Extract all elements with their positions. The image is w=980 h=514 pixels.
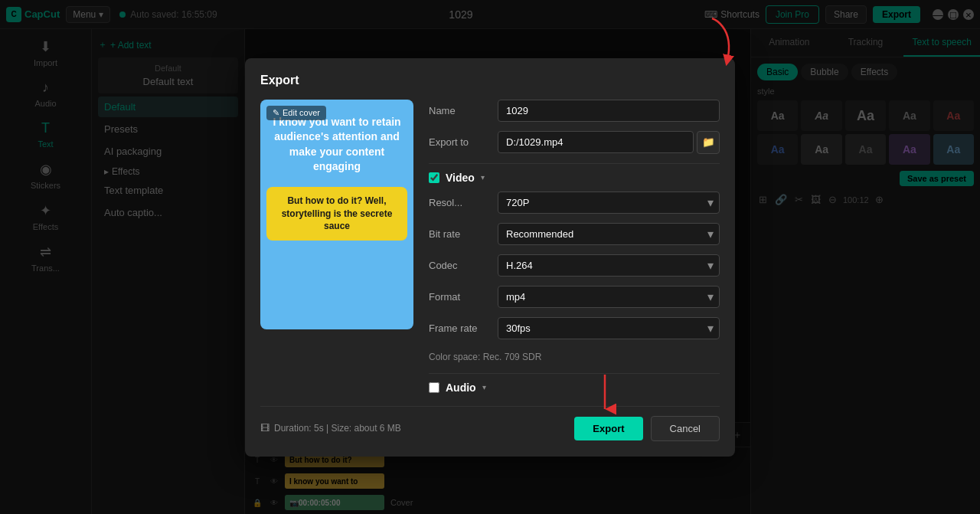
codec-select-wrap: H.264 H.265 [498, 254, 720, 277]
export-path-input[interactable] [498, 131, 694, 153]
name-input[interactable] [498, 100, 720, 122]
modal-title: Export [260, 74, 720, 87]
audio-expand-icon: ▾ [482, 383, 486, 391]
bitrate-label: Bit rate [429, 228, 490, 240]
video-section-label: Video [446, 172, 475, 184]
framerate-select[interactable]: 24fps 25fps 30fps 50fps 60fps [498, 317, 720, 339]
resolution-label: Resol... [429, 197, 490, 208]
divider-1 [429, 163, 720, 164]
codec-label: Codec [429, 260, 490, 271]
name-field-row: Name [429, 100, 720, 122]
divider-2 [429, 373, 720, 374]
export-action-button[interactable]: Export [574, 417, 642, 440]
export-to-field-row: Export to 📁 [429, 131, 720, 154]
format-label: Format [429, 291, 490, 303]
resolution-select-wrap: 360P 480P 720P 1080P 2K 4K [498, 192, 720, 214]
export-path-wrap: 📁 [498, 131, 720, 154]
format-field-row: Format mp4 mov [429, 286, 720, 308]
modal-preview: ✎ Edit cover I know you want to retain a… [260, 100, 413, 394]
footer-actions: Export Cancel [574, 416, 720, 441]
format-select-wrap: mp4 mov [498, 286, 720, 308]
export-modal: Export ✎ Edit cover I know you want to r… [245, 58, 735, 457]
modal-footer: 🎞 Duration: 5s | Size: about 6 MB [260, 406, 720, 441]
export-arrow-indicator [704, 18, 743, 64]
folder-browse-button[interactable]: 📁 [697, 131, 720, 154]
bitrate-select-wrap: Low Recommended High [498, 223, 720, 245]
footer-info: 🎞 Duration: 5s | Size: about 6 MB [260, 423, 401, 434]
video-section-header: Video ▾ [429, 172, 720, 184]
audio-section-label: Audio [446, 381, 476, 394]
framerate-field-row: Frame rate 24fps 25fps 30fps 50fps 60fps [429, 317, 720, 339]
format-select[interactable]: mp4 mov [498, 286, 720, 308]
color-space-text: Color space: Rec. 709 SDR [429, 349, 720, 365]
name-label: Name [429, 105, 490, 116]
video-checkbox[interactable] [429, 172, 439, 183]
audio-section-header: Audio ▾ [429, 381, 720, 394]
modal-fields: Name Export to 📁 Video ▾ [429, 100, 720, 394]
framerate-select-wrap: 24fps 25fps 30fps 50fps 60fps [498, 317, 720, 339]
cancel-button[interactable]: Cancel [651, 416, 720, 441]
codec-field-row: Codec H.264 H.265 [429, 254, 720, 277]
framerate-label: Frame rate [429, 322, 490, 334]
audio-checkbox[interactable] [429, 382, 439, 393]
codec-select[interactable]: H.264 H.265 [498, 254, 720, 277]
preview-card-text: But how to do it? Well, storytelling is … [266, 187, 407, 241]
export-action-container: Export [574, 417, 642, 440]
modal-overlay: Export ✎ Edit cover I know you want to r… [0, 0, 980, 514]
video-expand-icon: ▾ [481, 173, 485, 182]
preview-video-frame: ✎ Edit cover I know you want to retain a… [260, 100, 413, 329]
edit-cover-button[interactable]: ✎ Edit cover [266, 106, 326, 120]
modal-body: ✎ Edit cover I know you want to retain a… [260, 100, 720, 394]
resolution-select[interactable]: 360P 480P 720P 1080P 2K 4K [498, 192, 720, 214]
footer-info-text: Duration: 5s | Size: about 6 MB [274, 423, 401, 434]
film-icon: 🎞 [260, 423, 270, 434]
folder-icon: 📁 [702, 136, 715, 148]
resolution-field-row: Resol... 360P 480P 720P 1080P 2K 4K [429, 192, 720, 214]
export-to-label: Export to [429, 136, 490, 148]
bitrate-field-row: Bit rate Low Recommended High [429, 223, 720, 245]
bitrate-select[interactable]: Low Recommended High [498, 223, 720, 245]
edit-icon: ✎ [273, 108, 279, 118]
